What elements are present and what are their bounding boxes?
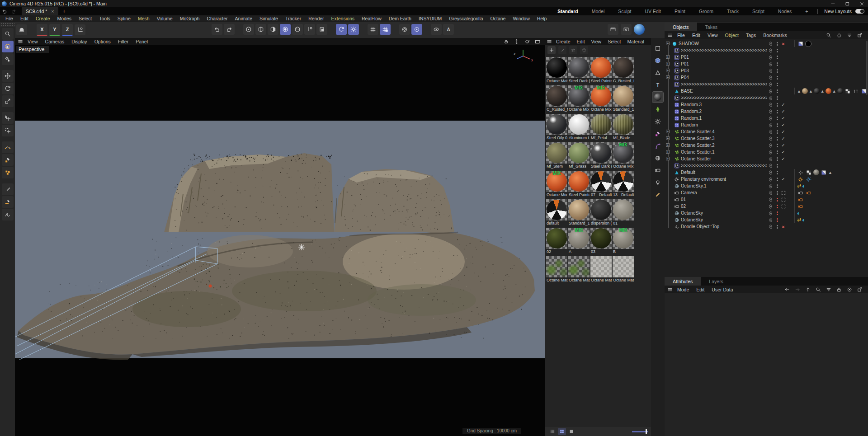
search-icon[interactable]: [815, 286, 822, 293]
enable-rotation-button[interactable]: [336, 24, 347, 35]
redo-button[interactable]: [9, 8, 18, 15]
layer-icon[interactable]: [767, 216, 774, 224]
object-name[interactable]: OctaneSky: [681, 217, 767, 222]
menu-octane[interactable]: Octane: [487, 16, 509, 21]
object-name[interactable]: Octane Scatter: [681, 156, 767, 161]
visibility-dots[interactable]: [776, 198, 778, 202]
layer-icon[interactable]: [767, 122, 774, 129]
material-item[interactable]: 02: [546, 228, 568, 255]
edge-mode-button[interactable]: [255, 24, 266, 35]
layer-icon[interactable]: [767, 128, 774, 136]
menu-realflow[interactable]: RealFlow: [358, 16, 385, 21]
list-view-button[interactable]: [548, 428, 557, 435]
menu-modes[interactable]: Modes: [54, 16, 75, 21]
visibility-dots[interactable]: [776, 150, 778, 154]
visibility-dots[interactable]: [776, 157, 778, 161]
material-thumbnail[interactable]: [568, 142, 590, 164]
undo-button[interactable]: [0, 8, 9, 15]
material-item[interactable]: Standard_1!: [568, 199, 590, 227]
expand-plus-icon[interactable]: +: [666, 75, 670, 79]
menu-character[interactable]: Character: [203, 16, 231, 21]
plane-primitive-button[interactable]: [652, 43, 663, 54]
material-thumbnail[interactable]: [568, 171, 590, 192]
material-item[interactable]: dispersion (: [590, 199, 612, 227]
viewport-menu-options[interactable]: Options: [91, 39, 114, 44]
layout-tab-paint[interactable]: Paint: [668, 9, 692, 14]
triangle-tag-icon[interactable]: ▲: [832, 89, 836, 94]
material-item[interactable]: Standard_1!: [613, 85, 634, 113]
sync-materials-button[interactable]: [569, 46, 577, 54]
y-axis-lock-button[interactable]: Y: [49, 24, 60, 36]
menu-tracker[interactable]: Tracker: [282, 16, 305, 21]
scale-tool-button[interactable]: [2, 95, 14, 107]
object-name[interactable]: Octane Scatter.4: [681, 129, 767, 134]
menu-select[interactable]: Select: [75, 16, 95, 21]
tab-close-icon[interactable]: ×: [51, 9, 54, 14]
annotate-pencil-button[interactable]: [652, 189, 663, 200]
generator-object-button[interactable]: [652, 116, 663, 127]
camera-tag-icon[interactable]: [805, 189, 812, 197]
object-list-scrollbar[interactable]: [866, 41, 868, 95]
objects-menu-bookmarks[interactable]: Bookmarks: [760, 33, 791, 38]
object-state[interactable]: ✓: [780, 156, 787, 161]
visibility-dots[interactable]: [776, 49, 778, 52]
material-thumbnail[interactable]: [546, 57, 567, 78]
object-name[interactable]: 02: [681, 204, 767, 209]
expand-panel-icon[interactable]: [856, 286, 863, 293]
material-thumbnail[interactable]: MIX: [568, 85, 590, 107]
record-icon[interactable]: [846, 286, 853, 293]
workplane-button[interactable]: [316, 24, 327, 35]
material-thumbnail[interactable]: [546, 199, 567, 220]
environment-object-button[interactable]: [652, 153, 663, 164]
z-axis-lock-button[interactable]: Z: [62, 24, 73, 36]
material-item[interactable]: MIXOctane Mix: [613, 142, 634, 170]
select-move-tool-button[interactable]: [2, 112, 14, 124]
expand-toggle[interactable]: +: [665, 135, 671, 142]
object-name[interactable]: OctaneSky: [681, 211, 767, 216]
material-thumbnail[interactable]: [590, 228, 612, 249]
visibility-dots[interactable]: [776, 191, 778, 195]
layer-icon[interactable]: [767, 67, 774, 75]
objects-menu-file[interactable]: File: [674, 33, 689, 38]
object-row[interactable]: 02: [665, 203, 868, 210]
attributes-menu-icon[interactable]: [666, 286, 674, 293]
object-name[interactable]: Random.3: [681, 102, 767, 107]
object-state[interactable]: ✓: [780, 143, 787, 148]
menu-window[interactable]: Window: [509, 16, 533, 21]
expand-toggle[interactable]: +: [665, 149, 671, 155]
object-row[interactable]: Doodle Object::Top×: [665, 223, 868, 230]
material-item[interactable]: 03: [590, 228, 612, 255]
material-item[interactable]: Octane Mat: [568, 256, 590, 284]
menu-tools[interactable]: Tools: [95, 16, 114, 21]
camera-object-button[interactable]: [652, 165, 663, 176]
layout-tab-groom[interactable]: Groom: [692, 9, 720, 14]
layer-icon[interactable]: [767, 101, 774, 108]
octane-tag-icon[interactable]: ◐: [802, 183, 805, 189]
swap-tag-icon[interactable]: ⇄: [797, 217, 801, 223]
expand-plus-icon[interactable]: +: [666, 42, 670, 45]
object-row[interactable]: +P01: [665, 61, 868, 67]
object-name[interactable]: Octane Scatter.2: [681, 143, 767, 148]
object-state[interactable]: [780, 196, 787, 203]
material-thumbnail[interactable]: [613, 114, 634, 135]
object-name[interactable]: 01: [681, 197, 767, 202]
texture-tag-icon[interactable]: [802, 88, 808, 94]
menu-greyscalegorilla[interactable]: Greyscalegorilla: [445, 16, 486, 21]
material-item[interactable]: C_Rusted_M: [613, 57, 634, 84]
add-material-button[interactable]: [547, 46, 556, 54]
uvw-tag-icon[interactable]: [805, 169, 812, 176]
visibility-dots[interactable]: [776, 144, 778, 147]
layer-icon[interactable]: [767, 108, 774, 115]
move-tool-button[interactable]: [2, 70, 14, 82]
layer-icon[interactable]: [767, 162, 774, 169]
close-button[interactable]: [858, 0, 865, 7]
material-thumbnail[interactable]: [568, 199, 590, 220]
visibility-dots[interactable]: [776, 137, 778, 141]
menu-help[interactable]: Help: [533, 16, 551, 21]
layout-tab-standard[interactable]: Standard: [551, 9, 585, 14]
light-object-button[interactable]: [652, 177, 663, 188]
material-item[interactable]: Octane Mat: [546, 256, 568, 284]
visibility-dots[interactable]: [776, 56, 778, 59]
menu-dem-earth[interactable]: Dem Earth: [385, 16, 415, 21]
material-thumbnail[interactable]: [613, 57, 634, 78]
